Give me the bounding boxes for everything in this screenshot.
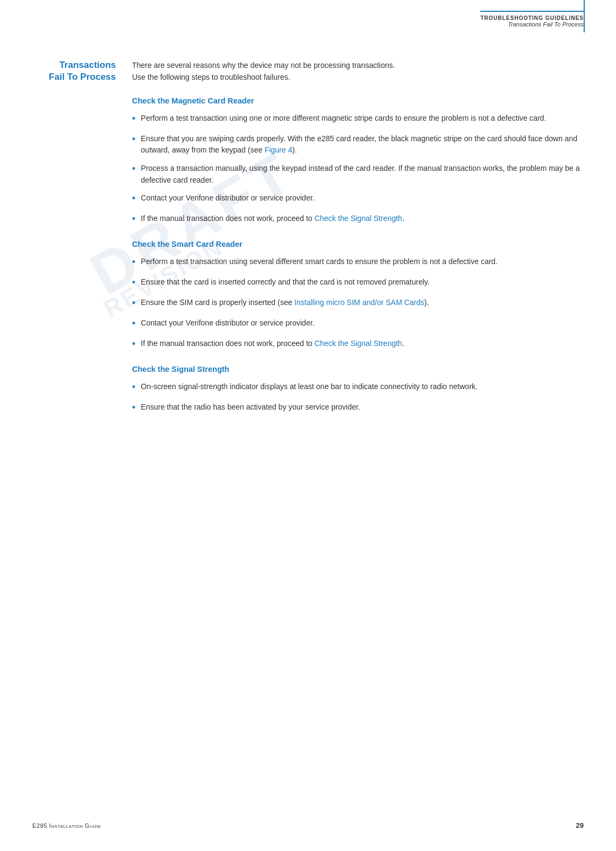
- section-magnetic-heading: Check the Magnetic Card Reader: [132, 96, 584, 105]
- bullet-dot-icon: •: [132, 191, 135, 206]
- list-item: • Process a transaction manually, using …: [132, 163, 584, 186]
- bullet-dot-icon: •: [132, 337, 135, 352]
- bullet-text: Perform a test transaction using one or …: [141, 113, 584, 124]
- section-smart: Check the Smart Card Reader • Perform a …: [132, 240, 584, 351]
- page: TROUBLESHOOTING GUIDELINES Transactions …: [0, 0, 616, 851]
- header-section-title: Transactions Fail To Process: [480, 21, 584, 27]
- list-item: • Ensure that the card is inserted corre…: [132, 276, 584, 290]
- bullet-text: If the manual transaction does not work,…: [141, 338, 584, 350]
- list-item: • Ensure that the radio has been activat…: [132, 402, 584, 416]
- list-item: • Ensure that you are swiping cards prop…: [132, 133, 584, 156]
- bullet-text: On-screen signal-strength indicator disp…: [141, 381, 584, 393]
- bullet-text: Perform a test transaction using several…: [141, 256, 584, 268]
- section-signal: Check the Signal Strength • On-screen si…: [132, 365, 584, 416]
- figure4-link[interactable]: Figure 4: [265, 146, 292, 154]
- list-item: • Contact your Verifone distributor or s…: [132, 192, 584, 206]
- bullet-dot-icon: •: [132, 162, 135, 177]
- bullet-dot-icon: •: [132, 132, 135, 147]
- page-number: 29: [576, 821, 584, 829]
- signal-bullet-list: • On-screen signal-strength indicator di…: [132, 381, 584, 416]
- header-border-accent: [584, 0, 585, 32]
- bullet-text: Ensure that the radio has been activated…: [141, 402, 584, 413]
- page-header: TROUBLESHOOTING GUIDELINES Transactions …: [480, 11, 584, 27]
- smart-bullet-list: • Perform a test transaction using sever…: [132, 256, 584, 351]
- sidebar: Transactions Fail To Process: [32, 59, 127, 428]
- header-chapter-title: TROUBLESHOOTING GUIDELINES: [480, 15, 584, 21]
- bullet-text: Ensure that the card is inserted correct…: [141, 276, 584, 288]
- main-content: There are several reasons why the device…: [127, 59, 584, 428]
- bullet-text: Ensure the SIM card is properly inserted…: [141, 297, 584, 309]
- bullet-dot-icon: •: [132, 212, 135, 227]
- bullet-dot-icon: •: [132, 296, 135, 311]
- list-item: • Perform a test transaction using sever…: [132, 256, 584, 270]
- footer-guide-title: E285 Installation Guide: [32, 822, 101, 829]
- list-item: • If the manual transaction does not wor…: [132, 213, 584, 227]
- signal-strength-link-1[interactable]: Check the Signal Strength: [315, 214, 403, 223]
- list-item: • On-screen signal-strength indicator di…: [132, 381, 584, 395]
- bullet-dot-icon: •: [132, 255, 135, 270]
- bullet-dot-icon: •: [132, 112, 135, 127]
- bullet-text: Process a transaction manually, using th…: [141, 163, 584, 186]
- list-item: • Ensure the SIM card is properly insert…: [132, 297, 584, 311]
- list-item: • Perform a test transaction using one o…: [132, 113, 584, 127]
- section-magnetic: Check the Magnetic Card Reader • Perform…: [132, 96, 584, 227]
- bullet-text: If the manual transaction does not work,…: [141, 213, 584, 225]
- bullet-dot-icon: •: [132, 275, 135, 290]
- bullet-text: Ensure that you are swiping cards proper…: [141, 133, 584, 156]
- bullet-text: Contact your Verifone distributor or ser…: [141, 317, 584, 329]
- section-signal-heading: Check the Signal Strength: [132, 365, 584, 373]
- list-item: • If the manual transaction does not wor…: [132, 338, 584, 352]
- intro-paragraph: There are several reasons why the device…: [132, 59, 584, 84]
- page-footer: E285 Installation Guide 29: [0, 821, 616, 829]
- sidebar-section-title: Transactions Fail To Process: [32, 59, 116, 83]
- signal-strength-link-2[interactable]: Check the Signal Strength: [315, 339, 403, 348]
- bullet-dot-icon: •: [132, 316, 135, 331]
- bullet-dot-icon: •: [132, 380, 135, 395]
- section-smart-heading: Check the Smart Card Reader: [132, 240, 584, 248]
- content-area: Transactions Fail To Process There are s…: [32, 59, 584, 428]
- list-item: • Contact your Verifone distributor or s…: [132, 317, 584, 331]
- magnetic-bullet-list: • Perform a test transaction using one o…: [132, 113, 584, 227]
- bullet-dot-icon: •: [132, 400, 135, 416]
- sim-cards-link[interactable]: Installing micro SIM and/or SAM Cards: [294, 298, 424, 307]
- bullet-text: Contact your Verifone distributor or ser…: [141, 192, 584, 204]
